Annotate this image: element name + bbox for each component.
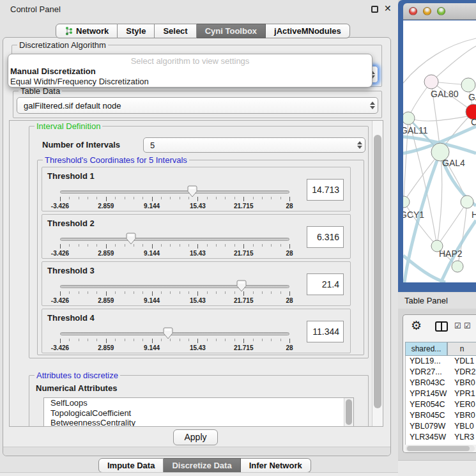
tick-label: 21.715	[234, 250, 254, 257]
slider-thumb-icon[interactable]	[187, 185, 197, 197]
network-canvas[interactable]: GAL80GACGAL11GAL4GCY1HHAP2	[403, 20, 476, 282]
tick-label: 28	[286, 203, 293, 210]
threshold-slider[interactable]: -3.4262.8599.14415.4321.71528	[60, 328, 289, 353]
minimize-traffic-light-icon[interactable]	[423, 7, 431, 15]
thresholds-group: Threshold's Coordinates for 5 Intervals …	[37, 160, 364, 355]
control-panel: Control Panel ✕ NetworkStyleSelectCyni T…	[0, 0, 398, 476]
table-row[interactable]: YPR145WYPR1	[406, 388, 476, 399]
tick-label: 9.144	[144, 297, 160, 304]
algorithm-option-manual[interactable]: Manual Discretization	[10, 66, 96, 76]
num-intervals-combobox[interactable]: 5	[143, 137, 365, 153]
apply-button[interactable]: Apply	[173, 429, 218, 445]
table-data-combobox[interactable]: galFiltered.sif default node	[17, 97, 378, 114]
table-column-header[interactable]: n	[447, 342, 476, 356]
tick-label: -3.426	[51, 250, 69, 257]
tick-label: -3.426	[51, 297, 69, 304]
attributes-group: Attributes to discretize Numerical Attri…	[29, 375, 369, 427]
table-column-header[interactable]: shared...	[405, 342, 447, 356]
cell-name: YBL0	[454, 422, 474, 431]
network-node[interactable]	[403, 196, 410, 208]
network-node[interactable]	[461, 196, 473, 208]
tab-discretize-data[interactable]: Discretize Data	[164, 458, 240, 473]
thresholds-group-title: Threshold's Coordinates for 5 Intervals	[43, 155, 189, 165]
table-row[interactable]: YIL052CYIL0	[406, 443, 476, 445]
table-row[interactable]: YER054CYER0	[406, 399, 476, 410]
table-panel-card: ⚙ ☑ ☑ shared...n YDL19...YDL1YDR27...YDR…	[403, 314, 476, 453]
tab-jactivemnodules[interactable]: jActiveMNodules	[266, 24, 350, 38]
threshold-slider[interactable]: -3.4262.8599.14415.4321.71528	[60, 187, 289, 211]
table-row[interactable]: YBR045CYBR0	[406, 410, 476, 421]
zoom-traffic-light-icon[interactable]	[437, 7, 445, 15]
slider-track[interactable]	[60, 238, 289, 241]
tab-infer-network[interactable]: Infer Network	[241, 458, 311, 473]
tick-label: 28	[286, 250, 293, 257]
close-traffic-light-icon[interactable]	[409, 7, 417, 15]
screenshot-root: Control Panel ✕ NetworkStyleSelectCyni T…	[0, 0, 476, 476]
threshold-slider[interactable]: -3.4262.8599.14415.4321.71528	[60, 234, 289, 258]
slider-thumb-icon[interactable]	[126, 233, 136, 245]
top-tab-bar: NetworkStyleSelectCyni ToolboxjActiveMNo…	[56, 24, 350, 38]
cell-name: YBR0	[454, 378, 475, 387]
slider-thumb-icon[interactable]	[163, 327, 173, 339]
tab-impute-data[interactable]: Impute Data	[98, 458, 164, 473]
tab-label: jActiveMNodules	[274, 24, 341, 38]
cell-name: YDL1	[454, 357, 474, 365]
tab-cyni-toolbox[interactable]: Cyni Toolbox	[197, 24, 266, 38]
threshold-slider[interactable]: -3.4262.8599.14415.4321.71528	[60, 281, 289, 305]
table-row[interactable]: YBL079WYBL0	[406, 421, 476, 432]
network-window-titlebar[interactable]	[403, 3, 476, 20]
slider-track[interactable]	[60, 285, 289, 288]
panel-footer	[3, 447, 390, 456]
gear-icon[interactable]: ⚙	[411, 318, 422, 333]
network-node[interactable]	[452, 261, 463, 272]
threshold-label: Threshold 3	[47, 266, 95, 275]
tick-label: 2.859	[98, 250, 114, 257]
table-panel-titlebar: Table Panel	[398, 293, 476, 309]
slider-track[interactable]	[60, 190, 289, 194]
stepper-icon	[355, 138, 365, 152]
network-node-label: HAP2	[439, 249, 463, 259]
network-node[interactable]	[424, 75, 438, 89]
threshold-value-field[interactable]: 14.713	[307, 179, 344, 201]
network-node[interactable]	[461, 78, 475, 92]
table-data-group-title: Table Data	[19, 86, 62, 96]
attribute-list-item[interactable]: SelfLoops	[44, 398, 353, 408]
table-row[interactable]: YLR345WYLR3	[406, 432, 476, 443]
algorithm-option-equal-width[interactable]: Equal Width/Frequency Discretization	[10, 77, 149, 86]
attributes-listbox: SelfLoopsTopologicalCoefficientBetweenne…	[43, 397, 354, 427]
tick-label: 21.715	[234, 297, 254, 304]
tab-style[interactable]: Style	[118, 24, 155, 38]
tick-label: 2.859	[98, 203, 114, 210]
column-layout-icon[interactable]	[435, 321, 448, 332]
table-row[interactable]: YBR043CYBR0	[406, 378, 476, 388]
checkbox-icon[interactable]: ☑	[464, 321, 471, 330]
cell-shared-name: YDL19...	[410, 357, 441, 365]
tick-label: 2.859	[98, 297, 114, 304]
tab-select[interactable]: Select	[155, 24, 196, 38]
tab-label: Network	[76, 24, 109, 38]
list-scrollbar[interactable]	[344, 398, 353, 427]
table-row[interactable]: YDR27...YDR2	[406, 367, 476, 378]
dock-strip	[0, 473, 398, 476]
panel-scrollbar[interactable]	[372, 121, 383, 426]
tick-label: 21.715	[234, 203, 254, 210]
horizontal-scrollbar[interactable]	[406, 445, 475, 452]
attribute-list-item[interactable]: TopologicalCoefficient	[44, 408, 353, 418]
table-row[interactable]: YDL19...YDL1	[406, 356, 476, 367]
threshold-label: Threshold 1	[47, 171, 95, 181]
attribute-list-item[interactable]: BetweennessCentrality	[44, 418, 353, 427]
checkbox-icon[interactable]: ☑	[454, 321, 461, 330]
network-node[interactable]	[403, 112, 415, 125]
tab-network[interactable]: Network	[56, 24, 118, 38]
slider-thumb-icon[interactable]	[236, 280, 247, 292]
network-node-label: GAL11	[403, 125, 428, 135]
num-intervals-label: Number of Intervals	[42, 140, 120, 150]
float-window-icon[interactable]	[371, 6, 378, 13]
tab-label: Infer Network	[249, 459, 302, 472]
close-icon[interactable]: ✕	[384, 3, 392, 13]
slider-track[interactable]	[60, 332, 289, 335]
threshold-value-field[interactable]: 11.344	[307, 321, 344, 342]
panel-title: Control Panel	[10, 4, 61, 14]
threshold-value-field[interactable]: 21.4	[307, 273, 344, 295]
threshold-value-field[interactable]: 6.316	[307, 226, 344, 248]
